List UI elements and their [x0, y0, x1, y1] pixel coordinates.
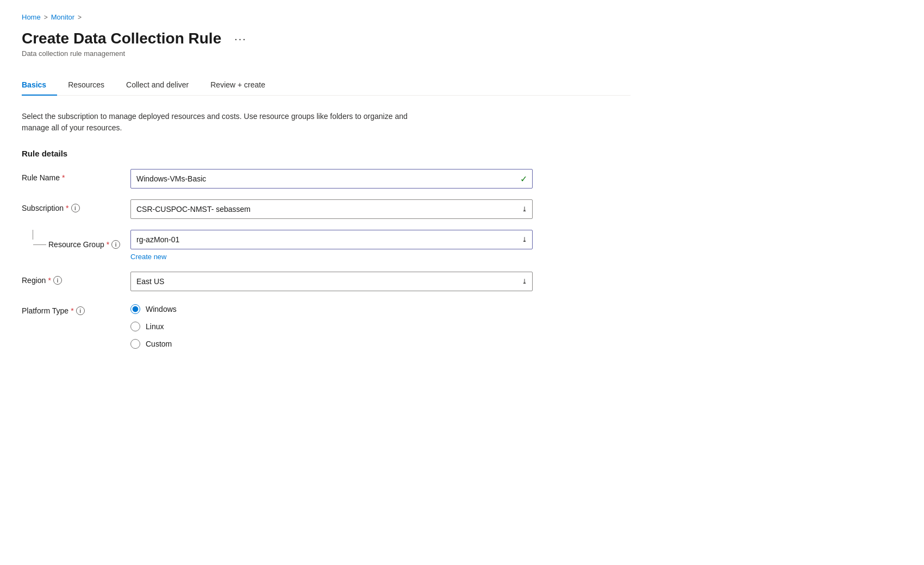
- resource-group-select[interactable]: rg-azMon-01: [130, 230, 533, 249]
- tab-review-create[interactable]: Review + create: [199, 75, 276, 96]
- page-container: Home > Monitor > Create Data Collection …: [0, 0, 652, 373]
- radio-option-linux[interactable]: Linux: [130, 322, 533, 331]
- breadcrumb: Home > Monitor >: [22, 13, 630, 21]
- page-subtitle: Data collection rule management: [22, 49, 630, 58]
- page-header: Create Data Collection Rule ···: [22, 30, 630, 47]
- resource-group-row: Resource Group * i rg-azMon-01 ⤓ Create …: [22, 230, 630, 261]
- breadcrumb-sep-1: >: [44, 14, 48, 21]
- platform-type-info-icon[interactable]: i: [76, 306, 85, 315]
- rule-name-wrapper: ✓: [130, 169, 533, 189]
- rg-required: *: [107, 240, 109, 249]
- rg-connector: Resource Group * i: [22, 230, 120, 249]
- description-text: Select the subscription to manage deploy…: [22, 111, 435, 134]
- breadcrumb-home[interactable]: Home: [22, 13, 41, 21]
- region-control: East US ⤓: [130, 272, 533, 291]
- radio-windows-label: Windows: [146, 305, 177, 313]
- region-select[interactable]: East US: [130, 272, 533, 291]
- tab-basics[interactable]: Basics: [22, 75, 57, 96]
- radio-windows[interactable]: [130, 304, 140, 314]
- page-title: Create Data Collection Rule: [22, 30, 221, 47]
- subscription-required: *: [66, 204, 68, 212]
- rg-control-wrapper: rg-azMon-01 ⤓ Create new: [130, 230, 533, 261]
- vertical-connector-line: [33, 230, 33, 240]
- radio-option-custom[interactable]: Custom: [130, 339, 533, 349]
- platform-type-group: Platform Type * i Windows Linux: [22, 302, 630, 349]
- region-select-wrapper: East US ⤓: [130, 272, 533, 291]
- platform-type-label: Platform Type * i: [22, 302, 130, 315]
- rule-name-label-text: Rule Name: [22, 173, 60, 182]
- platform-type-radio-group: Windows Linux Custom: [130, 302, 533, 349]
- platform-type-label-text: Platform Type: [22, 306, 68, 315]
- horiz-connector: [33, 244, 46, 245]
- rg-select-wrapper: rg-azMon-01 ⤓: [130, 230, 533, 249]
- tab-collect-deliver[interactable]: Collect and deliver: [115, 75, 199, 96]
- subscription-group: Subscription * i CSR-CUSPOC-NMST- sebass…: [22, 199, 630, 219]
- ellipsis-button[interactable]: ···: [230, 30, 251, 47]
- rule-name-required: *: [62, 173, 65, 182]
- region-info-icon[interactable]: i: [53, 276, 62, 285]
- rule-name-control: ✓: [130, 169, 533, 189]
- rg-label-area: Resource Group * i: [22, 230, 130, 249]
- region-label: Region * i: [22, 272, 130, 285]
- platform-type-control: Windows Linux Custom: [130, 302, 533, 349]
- rg-label-container: Resource Group * i: [33, 240, 120, 249]
- region-required: *: [48, 276, 51, 285]
- subscription-control: CSR-CUSPOC-NMST- sebassem ⤓: [130, 199, 533, 219]
- breadcrumb-sep-2: >: [78, 14, 82, 21]
- region-group: Region * i East US ⤓: [22, 272, 630, 291]
- create-new-link[interactable]: Create new: [130, 253, 533, 261]
- subscription-select-wrapper: CSR-CUSPOC-NMST- sebassem ⤓: [130, 199, 533, 219]
- subscription-info-icon[interactable]: i: [71, 204, 80, 212]
- radio-linux[interactable]: [130, 322, 140, 331]
- radio-option-windows[interactable]: Windows: [130, 304, 533, 314]
- radio-linux-label: Linux: [146, 322, 164, 331]
- resource-group-label-text: Resource Group: [48, 240, 104, 249]
- subscription-select[interactable]: CSR-CUSPOC-NMST- sebassem: [130, 199, 533, 219]
- horizontal-connector-row: Resource Group * i: [22, 240, 120, 249]
- platform-type-required: *: [71, 306, 73, 315]
- tab-resources[interactable]: Resources: [57, 75, 115, 96]
- rule-name-group: Rule Name * ✓: [22, 169, 630, 189]
- rule-name-input[interactable]: [130, 169, 533, 189]
- radio-custom-label: Custom: [146, 340, 172, 348]
- radio-custom[interactable]: [130, 339, 140, 349]
- tabs-bar: Basics Resources Collect and deliver Rev…: [22, 75, 630, 96]
- subscription-label: Subscription * i: [22, 199, 130, 212]
- rg-info-icon[interactable]: i: [111, 240, 120, 249]
- rule-details-title: Rule details: [22, 149, 630, 158]
- region-label-text: Region: [22, 276, 46, 285]
- rule-name-label: Rule Name *: [22, 169, 130, 182]
- breadcrumb-monitor[interactable]: Monitor: [51, 13, 74, 21]
- check-icon: ✓: [520, 174, 527, 184]
- rule-details-section: Rule details Rule Name * ✓ Subscription …: [22, 149, 630, 349]
- subscription-label-text: Subscription: [22, 204, 64, 212]
